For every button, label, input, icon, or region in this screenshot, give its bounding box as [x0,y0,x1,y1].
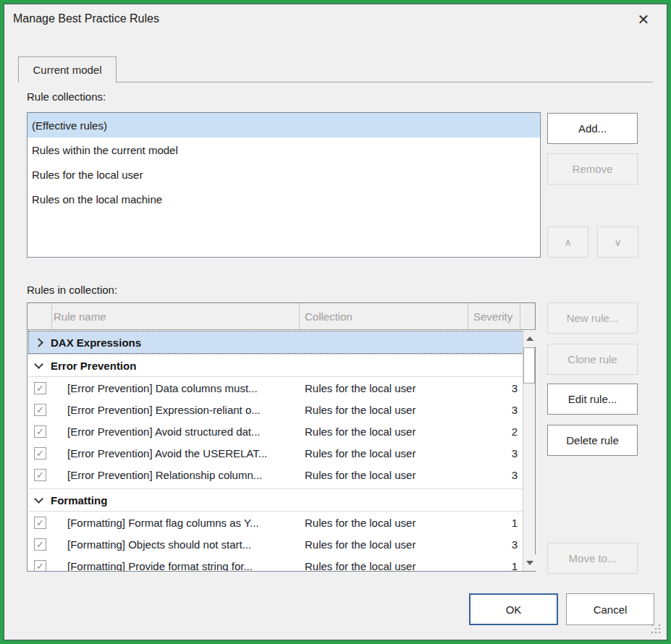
column-header-collection[interactable]: Collection [305,303,353,330]
chevron-down-icon [34,360,43,369]
delete-rule-button[interactable]: Delete rule [547,425,638,456]
table-scrollbar[interactable] [523,330,535,571]
table-row[interactable]: ✓ [Error Prevention] Data columns must..… [28,377,523,399]
move-up-button: ∧ [547,226,588,258]
chevron-right-icon [34,338,43,347]
checkmark-icon: ✓ [36,561,44,572]
column-divider [468,303,468,329]
group-row-dax-expressions[interactable]: DAX Expressions [28,331,523,354]
collection-cell: Rules for the local user [305,517,468,529]
table-row[interactable]: ✓ [Error Prevention] Expression-reliant … [28,399,523,420]
group-label: Error Prevention [51,360,136,372]
chevron-down-icon: ∨ [614,237,621,248]
column-divider [51,303,52,329]
scroll-up-button[interactable] [523,330,536,347]
table-row[interactable]: ✓ [Formatting] Provide format string for… [28,555,523,572]
collection-cell: Rules for the local user [305,560,468,572]
chevron-up-icon: ∧ [564,237,571,248]
new-rule-button: New rule... [547,302,638,334]
rule-collections-listbox: (Effective rules) Rules within the curre… [27,112,541,258]
rule-checkbox[interactable]: ✓ [34,538,46,551]
checkmark-icon: ✓ [36,517,44,528]
severity-cell: 3 [468,382,518,394]
table-header: Rule name Collection Severity [28,303,535,330]
rule-checkbox[interactable]: ✓ [34,469,46,481]
collection-cell: Rules for the local user [305,447,468,459]
rule-name-cell: [Formatting] Provide format string for..… [67,560,305,572]
severity-cell: 2 [468,425,518,438]
move-down-button: ∨ [597,226,638,258]
rule-collections-label: Rule collections: [27,90,106,103]
severity-cell: 3 [468,404,518,416]
severity-cell: 3 [468,469,518,481]
group-row-formatting[interactable]: Formatting [28,488,523,512]
tab-current-model[interactable]: Current model [18,56,117,82]
list-item-local-user-rules[interactable]: Rules for the local user [28,162,540,187]
move-to-button: Move to... [547,543,638,574]
table-row[interactable]: ✓ [Error Prevention] Relationship column… [28,464,523,486]
rule-checkbox[interactable]: ✓ [34,447,46,459]
group-row-error-prevention[interactable]: Error Prevention [28,354,523,377]
rules-table: Rule name Collection Severity DAX Expres… [27,302,536,572]
rule-checkbox[interactable]: ✓ [34,382,46,394]
rule-checkbox[interactable]: ✓ [34,560,46,572]
scroll-up-icon [526,336,533,341]
column-header-severity[interactable]: Severity [473,303,512,330]
checkmark-icon: ✓ [36,404,44,415]
edit-rule-button[interactable]: Edit rule... [547,384,638,415]
severity-cell: 1 [468,560,518,572]
add-button[interactable]: Add... [547,113,638,144]
close-button[interactable]: ✕ [632,9,655,30]
cancel-button[interactable]: Cancel [566,593,654,625]
checkmark-icon: ✓ [36,470,44,480]
scroll-down-icon [526,561,533,565]
clone-rule-button: Clone rule [547,344,638,375]
checkmark-icon: ✓ [36,539,44,550]
rule-name-cell: [Error Prevention] Avoid the USERELAT... [67,447,305,459]
collection-cell: Rules for the local user [305,469,468,481]
severity-cell: 1 [468,517,518,529]
rule-name-cell: [Formatting] Objects should not start... [67,538,305,551]
list-item-effective-rules[interactable]: (Effective rules) [28,113,540,137]
ok-button[interactable]: OK [469,593,558,625]
column-divider [299,303,300,329]
collection-cell: Rules for the local user [305,538,468,551]
table-row[interactable]: ✓ [Formatting] Format flag columns as Y.… [28,512,523,533]
rule-name-cell: [Error Prevention] Avoid structured dat.… [67,425,305,438]
column-divider [520,303,520,329]
rule-name-cell: [Error Prevention] Data columns must... [67,382,305,394]
rule-checkbox[interactable]: ✓ [34,404,46,416]
checkmark-icon: ✓ [36,448,44,459]
checkmark-icon: ✓ [36,383,44,394]
collection-cell: Rules for the local user [305,404,468,416]
list-item-local-machine-rules[interactable]: Rules on the local machine [28,187,540,211]
rule-name-cell: [Error Prevention] Relationship column..… [67,469,305,481]
checkmark-icon: ✓ [36,426,44,437]
scrollbar-thumb[interactable] [523,347,535,384]
table-body: DAX Expressions Error Prevention ✓ [Erro… [28,331,523,572]
group-label: DAX Expressions [51,336,141,349]
table-row[interactable]: ✓ [Formatting] Objects should not start.… [28,533,523,555]
dialog-title: Manage Best Practice Rules [13,12,159,25]
remove-button: Remove [547,153,638,185]
collection-cell: Rules for the local user [305,425,468,438]
resize-grip-icon[interactable] [651,624,661,634]
rule-checkbox[interactable]: ✓ [34,425,46,438]
rule-name-cell: [Formatting] Format flag columns as Y... [67,517,305,529]
collection-cell: Rules for the local user [305,382,468,394]
chevron-down-icon [34,494,43,504]
list-item-current-model-rules[interactable]: Rules within the current model [28,137,540,162]
group-label: Formatting [51,494,107,507]
rule-name-cell: [Error Prevention] Expression-reliant o.… [67,404,305,416]
rules-in-collection-label: Rules in collection: [27,284,117,296]
column-header-rule-name[interactable]: Rule name [54,303,106,330]
table-row[interactable]: ✓ [Error Prevention] Avoid structured da… [28,420,523,442]
severity-cell: 3 [468,538,518,551]
manage-best-practice-rules-dialog: Manage Best Practice Rules ✕ Current mod… [0,0,671,644]
tab-label: Current model [33,64,101,76]
severity-cell: 3 [468,447,518,459]
scroll-down-button[interactable] [523,554,536,571]
table-row[interactable]: ✓ [Error Prevention] Avoid the USERELAT.… [28,442,523,464]
rule-checkbox[interactable]: ✓ [34,517,46,529]
close-icon: ✕ [638,11,650,28]
